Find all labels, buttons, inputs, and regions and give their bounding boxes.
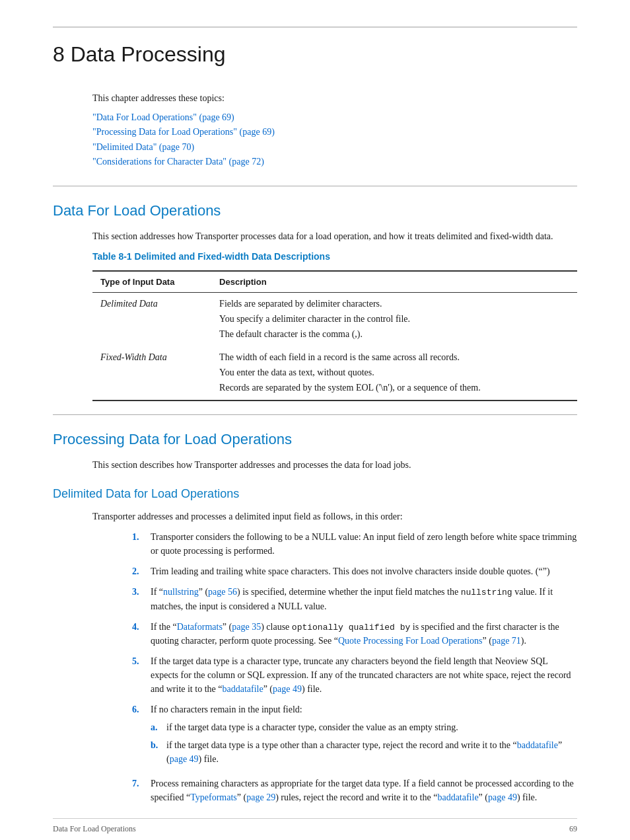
- step-num-1: 1.: [132, 530, 151, 544]
- table-header-row: Type of Input Data Description: [92, 271, 577, 293]
- link-typeformats[interactable]: Typeformats: [190, 792, 237, 802]
- desc-line-6: Records are separated by the system EOL …: [219, 381, 569, 395]
- step-4: 4. If the “Dataformats” (page 35) clause…: [132, 620, 577, 648]
- desc-line-4: The width of each field in a record is t…: [219, 350, 569, 364]
- link-quote-processing[interactable]: Quote Processing For Load Operations: [338, 636, 483, 646]
- step-content-7: Process remaining characters as appropri…: [151, 777, 577, 804]
- sub-content-6a: if the target data type is a character t…: [166, 720, 458, 734]
- section3-body: Transporter addresses and processes a de…: [92, 510, 577, 804]
- step-content-1: Transporter considers the following to b…: [151, 530, 577, 558]
- link-page49-3[interactable]: page 49: [488, 792, 517, 802]
- section1-heading: Data For Load Operations: [53, 200, 577, 221]
- link-page49-2[interactable]: page 49: [170, 754, 199, 764]
- sub-content-6b: if the target data type is a type other …: [166, 738, 577, 766]
- toc-item-1[interactable]: "Data For Load Operations" (page 69): [92, 110, 577, 125]
- table-cell-type-2: Fixed-Width Data: [92, 346, 211, 401]
- step-num-4: 4.: [132, 620, 151, 634]
- desc-line-1: Fields are separated by delimiter charac…: [219, 297, 569, 311]
- link-baddatafile-1[interactable]: baddatafile: [222, 684, 263, 694]
- page-container: 8 Data Processing This chapter addresses…: [0, 0, 630, 840]
- step-content-6: If no characters remain in the input fie…: [151, 703, 577, 770]
- table-row: Delimited Data Fields are separated by d…: [92, 293, 577, 347]
- table-cell-desc-1: Fields are separated by delimiter charac…: [211, 293, 577, 347]
- section-divider-2: [53, 414, 577, 415]
- chapter-title: 8 Data Processing: [53, 26, 577, 75]
- step-content-2: Trim leading and trailing white space ch…: [151, 564, 577, 578]
- section1-body: This section addresses how Transporter p…: [92, 229, 577, 402]
- link-page49-1[interactable]: page 49: [273, 684, 302, 694]
- chapter-number: 8: [53, 42, 65, 66]
- chapter-title-text: Data Processing: [71, 42, 226, 66]
- step-7: 7. Process remaining characters as appro…: [132, 777, 577, 804]
- sub-label-6a: a.: [151, 720, 166, 734]
- link-page35[interactable]: page 35: [232, 622, 261, 632]
- table-caption: Table 8-1 Delimited and Fixed-width Data…: [92, 250, 577, 264]
- step-num-3: 3.: [132, 585, 151, 599]
- toc-item-4[interactable]: "Considerations for Character Data" (pag…: [92, 155, 577, 169]
- section-divider-1: [53, 186, 577, 186]
- step-5: 5. If the target data type is a characte…: [132, 654, 577, 696]
- table-header-col1: Type of Input Data: [92, 271, 211, 293]
- sub-step-6b: b. if the target data type is a type oth…: [151, 738, 577, 766]
- section1-intro: This section addresses how Transporter p…: [92, 229, 577, 243]
- link-nullstring[interactable]: nullstring: [163, 587, 199, 597]
- sub-list-6: a. if the target data type is a characte…: [151, 720, 577, 766]
- step-num-5: 5.: [132, 654, 151, 668]
- intro-paragraph: This chapter addresses these topics:: [92, 91, 577, 105]
- section2-text: This section describes how Transporter a…: [92, 458, 577, 472]
- step-content-4: If the “Dataformats” (page 35) clause op…: [151, 620, 577, 648]
- table-cell-type-1: Delimited Data: [92, 293, 211, 347]
- step-3: 3. If “nullstring” (page 56) is specifie…: [132, 585, 577, 613]
- table-row: Fixed-Width Data The width of each field…: [92, 346, 577, 401]
- link-baddatafile-3[interactable]: baddatafile: [437, 792, 478, 802]
- data-table: Type of Input Data Description Delimited…: [92, 270, 577, 402]
- section3-heading: Delimited Data for Load Operations: [53, 485, 577, 503]
- desc-line-5: You enter the data as text, without quot…: [219, 365, 569, 379]
- toc-list: "Data For Load Operations" (page 69) "Pr…: [92, 110, 577, 170]
- link-page56[interactable]: page 56: [208, 587, 237, 597]
- footer-right: 69: [569, 823, 577, 835]
- toc-item-2[interactable]: "Processing Data for Load Operations" (p…: [92, 125, 577, 139]
- steps-list: 1. Transporter considers the following t…: [132, 530, 577, 804]
- step-num-2: 2.: [132, 564, 151, 578]
- step-num-6: 6.: [132, 703, 151, 716]
- link-dataformats[interactable]: Dataformats: [177, 622, 223, 632]
- page-footer: Data For Load Operations 69: [53, 818, 577, 835]
- desc-line-3: The default character is the comma (,).: [219, 327, 569, 341]
- sub-step-6a: a. if the target data type is a characte…: [151, 720, 577, 734]
- table-cell-desc-2: The width of each field in a record is t…: [211, 346, 577, 401]
- sub-label-6b: b.: [151, 738, 166, 752]
- link-page29[interactable]: page 29: [246, 792, 275, 802]
- footer-left: Data For Load Operations: [53, 823, 136, 835]
- step-num-7: 7.: [132, 777, 151, 790]
- section3-intro: Transporter addresses and processes a de…: [92, 510, 577, 523]
- section2-body: This section describes how Transporter a…: [92, 458, 577, 472]
- step-content-5: If the target data type is a character t…: [151, 654, 577, 696]
- section2-heading: Processing Data for Load Operations: [53, 428, 577, 450]
- step-2: 2. Trim leading and trailing white space…: [132, 564, 577, 578]
- link-baddatafile-2[interactable]: baddatafile: [517, 740, 558, 750]
- step-content-3: If “nullstring” (page 56) is specified, …: [151, 585, 577, 613]
- link-page71[interactable]: page 71: [492, 636, 521, 646]
- toc-item-3[interactable]: "Delimited Data" (page 70): [92, 140, 577, 155]
- step-6: 6. If no characters remain in the input …: [132, 703, 577, 770]
- desc-line-2: You specify a delimiter character in the…: [219, 312, 569, 326]
- table-header-col2: Description: [211, 271, 577, 293]
- step-1: 1. Transporter considers the following t…: [132, 530, 577, 558]
